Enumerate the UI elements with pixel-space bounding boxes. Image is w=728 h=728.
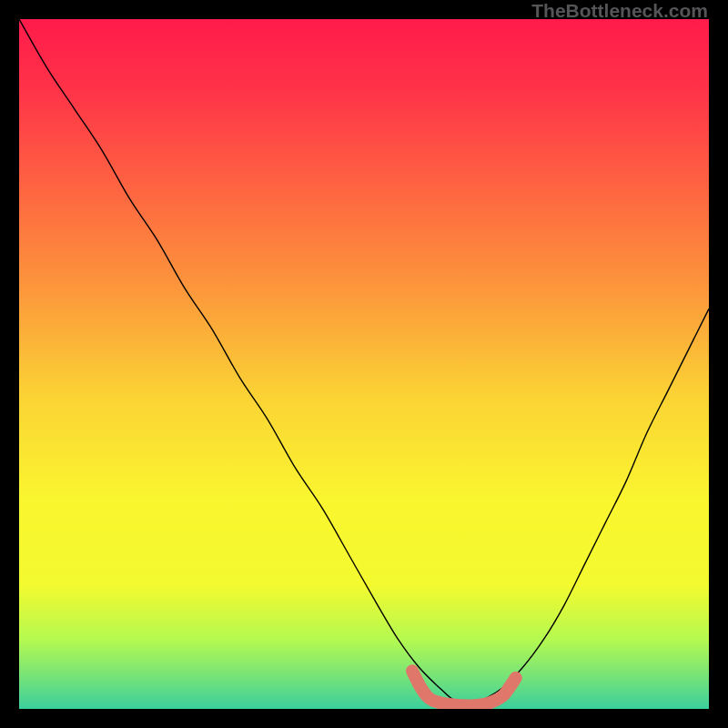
watermark-text: TheBottleneck.com: [531, 0, 708, 22]
gradient-background: [19, 19, 709, 709]
chart-frame: TheBottleneck.com: [0, 0, 728, 728]
plot-area: [19, 19, 709, 709]
chart-svg: [19, 19, 709, 709]
